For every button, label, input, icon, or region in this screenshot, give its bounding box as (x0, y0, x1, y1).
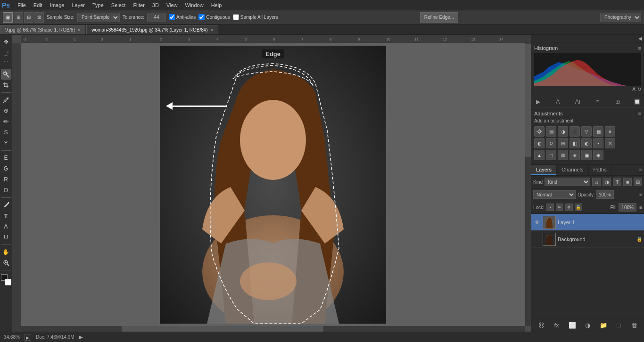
layer-group-icon[interactable]: 📁 (599, 320, 608, 330)
blend-mode-select[interactable]: Normal (533, 190, 576, 199)
menu-file[interactable]: File (14, 0, 30, 10)
panel-icon-5[interactable]: ⊞ (613, 97, 622, 106)
panel-icon-6[interactable]: 🔲 (633, 97, 642, 106)
opacity-input[interactable] (596, 190, 614, 199)
panel-icon-3[interactable]: Aı (573, 97, 582, 106)
lock-image-icon[interactable]: ✏ (556, 204, 563, 211)
panel-collapse-btn[interactable]: ◀ (638, 36, 642, 41)
adj-invert-icon[interactable]: ◐ (581, 138, 592, 148)
fill-settings-icon[interactable]: ≡ (639, 205, 642, 210)
panel-icon-2[interactable]: A (553, 97, 562, 106)
path-selection-btn[interactable]: A (1, 221, 11, 232)
lock-transparent-icon[interactable]: ▪ (546, 204, 554, 211)
menu-edit[interactable]: Edit (30, 0, 46, 10)
add-selection-btn[interactable]: ⊞ (14, 12, 23, 23)
tab-layers[interactable]: Layers (531, 165, 557, 175)
anti-alias-checkbox[interactable] (169, 14, 175, 20)
layer-item-layer1[interactable]: 👁 Layer 1 (531, 214, 644, 231)
layer-adjustment-icon[interactable]: ◑ (583, 320, 593, 330)
shape-btn[interactable]: U (1, 232, 11, 243)
tab-1[interactable]: 9.jpg @ 66.7% (Shape 1, RGB/8) × (0, 25, 85, 34)
layer-link-icon[interactable]: ⛓ (537, 320, 546, 330)
layer-filter-shape-icon[interactable]: ■ (623, 178, 632, 186)
hand-btn[interactable]: ✋ (1, 247, 11, 257)
blur-btn[interactable]: R (1, 174, 11, 185)
fill-input[interactable] (619, 203, 636, 212)
histogram-menu-icon[interactable]: ≡ (638, 45, 641, 51)
healing-brush-btn[interactable]: ⊕ (1, 106, 11, 116)
background-color[interactable] (5, 279, 11, 285)
eraser-btn[interactable]: E (1, 153, 11, 163)
adj-levels-icon[interactable]: ▤ (546, 126, 556, 137)
canvas[interactable]: Edge (21, 43, 525, 326)
tab-paths[interactable]: Paths (589, 165, 612, 175)
layer-filter-pixel-icon[interactable]: □ (592, 178, 601, 186)
menu-select[interactable]: Select (107, 0, 130, 10)
adj-curves-icon[interactable]: ◑ (558, 126, 568, 137)
adj-colorlookup-icon[interactable]: ◧ (570, 138, 580, 148)
panel-icon-4[interactable]: ≡ (593, 97, 603, 106)
adj-vibrance-icon[interactable]: ▽ (581, 126, 592, 137)
status-arrow[interactable]: ▶ (79, 334, 83, 340)
layer-filter-adjust-icon[interactable]: ◑ (603, 178, 611, 186)
sample-all-layers-checkbox[interactable] (233, 14, 239, 20)
move-tool-btn[interactable]: ✥ (1, 37, 11, 47)
menu-view[interactable]: View (163, 0, 182, 10)
history-brush-btn[interactable]: Y (1, 138, 11, 148)
vertical-scrollbar[interactable] (525, 43, 531, 326)
adj-pat4-icon[interactable]: ▣ (581, 150, 592, 160)
layer-new-icon[interactable]: □ (614, 320, 624, 330)
rectangular-marquee-btn[interactable]: ⬚ (1, 48, 11, 58)
color-swatches[interactable] (1, 274, 11, 285)
dodge-btn[interactable]: O (1, 185, 11, 195)
adj-colorbalance-icon[interactable]: ≡ (605, 126, 615, 137)
tab-2[interactable]: woman-3584435_1920.jpg @ 34.7% (Layer 1,… (86, 25, 218, 34)
adjustments-menu-icon[interactable]: ≡ (638, 111, 641, 116)
layer-1-visibility-eye[interactable]: 👁 (533, 219, 541, 226)
menu-image[interactable]: Image (46, 0, 68, 10)
layer-filter-text-icon[interactable]: T (613, 178, 621, 186)
adj-posterize-icon[interactable]: ▪ (593, 138, 603, 148)
menu-3d[interactable]: 3D (149, 0, 163, 10)
blend-settings-icon[interactable]: ≡ (639, 192, 642, 197)
tab-2-close[interactable]: × (211, 25, 213, 35)
background-visibility-eye[interactable] (533, 236, 541, 243)
workspace-select[interactable]: Photography (600, 13, 641, 22)
adj-exposure-icon[interactable]: ⬛ (570, 126, 580, 137)
adj-brightness-icon[interactable] (534, 126, 545, 137)
subtract-selection-btn[interactable]: ⊟ (24, 12, 33, 23)
menu-type[interactable]: Type (89, 0, 107, 10)
menu-window[interactable]: Window (182, 0, 207, 10)
intersect-selection-btn[interactable]: ⊠ (34, 12, 44, 23)
lasso-btn[interactable]: ⌒ (1, 58, 11, 69)
adj-threshold-icon[interactable]: ✕ (605, 138, 615, 148)
histogram-refresh-icon[interactable]: ↻ (637, 87, 641, 92)
eyedropper-btn[interactable]: 🖉 (1, 95, 11, 105)
lock-position-icon[interactable]: ✥ (565, 204, 573, 211)
layer-filter-smart-icon[interactable]: ⊞ (634, 178, 642, 186)
crop-btn[interactable] (1, 80, 11, 90)
adj-bw-icon[interactable]: ◐ (534, 138, 545, 148)
menu-help[interactable]: Help (207, 0, 226, 10)
adj-gradient-icon[interactable]: ▲ (534, 150, 545, 160)
adj-photofilter-icon[interactable]: ↻ (546, 138, 556, 148)
new-selection-btn[interactable]: ▣ (3, 12, 13, 23)
horizontal-scrollbar[interactable] (21, 326, 525, 332)
layer-delete-icon[interactable]: 🗑 (630, 320, 639, 330)
layer-item-background[interactable]: Background 🔒 (531, 231, 644, 248)
menu-layer[interactable]: Layer (68, 0, 89, 10)
adj-pat2-icon[interactable]: ⊠ (558, 150, 568, 160)
status-indicator[interactable]: ▶ (25, 334, 31, 341)
magic-wand-btn[interactable] (1, 69, 11, 80)
tab-1-close[interactable]: × (78, 25, 80, 35)
sample-size-select[interactable]: Point Sample (77, 13, 120, 22)
refine-edge-button[interactable]: Refine Edge... (420, 12, 458, 23)
adj-channelmixer-icon[interactable]: ⊞ (558, 138, 568, 148)
pen-btn[interactable] (1, 200, 11, 210)
layer-style-icon[interactable]: fx (552, 320, 561, 330)
type-btn[interactable]: T (1, 211, 11, 221)
adj-hsl-icon[interactable]: ▦ (593, 126, 603, 137)
zoom-btn[interactable] (1, 258, 11, 268)
adj-pat3-icon[interactable]: ◈ (570, 150, 580, 160)
adj-selectivecolor-icon[interactable]: ◻ (546, 150, 556, 160)
